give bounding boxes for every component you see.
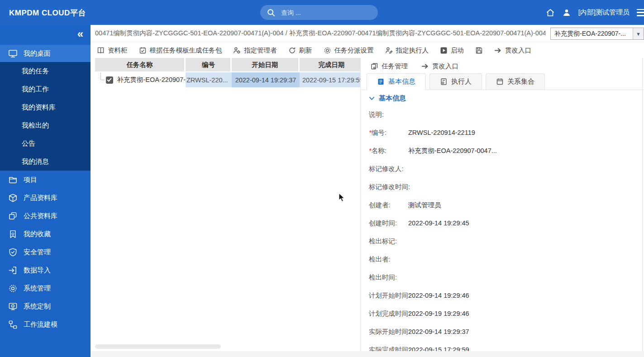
sidebar-item-product-library[interactable]: 产品资料库: [0, 189, 91, 207]
sidebar-item-my-favorites[interactable]: 我的收藏: [0, 225, 91, 243]
sidebar-item-announcements[interactable]: 公告: [0, 134, 91, 152]
tab-executors[interactable]: 执行人: [429, 73, 482, 90]
field-value: 2022-09-14 19:29:37: [408, 328, 469, 335]
field-label: 说明:: [361, 110, 408, 119]
tab-label: 基本信息: [388, 77, 415, 86]
tab-relations[interactable]: 关系集合: [486, 73, 545, 90]
object-selector-dropdown[interactable]: 补充贯彻-EOA-220907-... ▼: [550, 28, 644, 40]
import-icon: [8, 266, 18, 275]
save-button[interactable]: [475, 47, 483, 54]
task-manage-icon: [371, 62, 378, 70]
tool-label: 刷新: [299, 46, 312, 55]
home-icon[interactable]: [546, 8, 555, 17]
field-label: 实际开始时间:: [361, 328, 408, 336]
sidebar-item-system-custom[interactable]: 系统定制: [0, 297, 91, 315]
basic-info-section-header[interactable]: 基本信息: [369, 94, 406, 103]
field-row-creator: 创建者: 测试管理员: [361, 196, 644, 214]
current-user[interactable]: [内部]测试管理员: [578, 8, 630, 17]
horizontal-scrollbar[interactable]: [95, 344, 221, 349]
task-dispatch-settings-button[interactable]: 任务分派设置: [324, 46, 374, 55]
field-row-planned-start: 计划开始时间: 2022-09-14 19:29:46: [361, 286, 644, 305]
tool-label: 资料柜: [108, 46, 128, 55]
field-value: 2022-09-14 19:29:46: [408, 292, 469, 299]
vertical-scrollbar-track[interactable]: [642, 58, 643, 351]
sidebar-item-my-messages[interactable]: 我的消息: [0, 152, 91, 171]
sidebar-item-label: 项目: [24, 176, 37, 184]
field-row-actual-start: 实际开始时间: 2022-09-14 19:29:37: [361, 323, 644, 341]
task-start-cell[interactable]: 2022-09-14 19:29:37: [232, 72, 300, 87]
tab-basic-info[interactable]: 基本信息: [367, 73, 426, 90]
monitor-icon: [8, 49, 18, 58]
field-row-planned-finish: 计划完成时间: 2022-09-19 19:29:46: [361, 305, 644, 323]
table-row[interactable]: 补充贯彻-EOA-220907- ZRWSL-220... 2022-09-14…: [95, 72, 361, 87]
assign-executor-button[interactable]: 指定执行人: [385, 46, 429, 55]
column-header-start-date[interactable]: 开始日期: [232, 58, 300, 71]
menu-icon[interactable]: [637, 9, 644, 16]
sidebar-item-my-checkouts[interactable]: 我检出的: [0, 116, 91, 134]
sidebar-item-security[interactable]: 安全管理: [0, 243, 91, 261]
document-icon: [377, 78, 385, 86]
calendar-icon: [496, 78, 504, 86]
task-code-cell[interactable]: ZRWSL-220...: [186, 72, 232, 87]
task-name-cell[interactable]: 补充贯彻-EOA-220907-: [95, 72, 186, 87]
refresh-icon: [288, 47, 296, 54]
sidebar-item-my-library[interactable]: 我的资料库: [0, 98, 91, 116]
chevron-down-icon[interactable]: ▼: [633, 28, 644, 39]
sidebar-item-label: 系统定制: [24, 302, 51, 311]
sidebar-item-public-library[interactable]: 公共资料库: [0, 207, 91, 225]
global-search[interactable]: [260, 5, 378, 20]
field-row-create-time: 创建时间: 2022-09-14 19:29:45: [361, 214, 644, 232]
copies-icon: [8, 211, 18, 221]
check-icon: [107, 77, 112, 82]
person-gear-icon: [233, 47, 241, 54]
tab-label: 关系集合: [507, 77, 534, 86]
field-value: 2022-09-14 19:29:45: [408, 219, 469, 227]
field-row-checkout-time: 检出时间:: [361, 268, 644, 286]
assign-manager-button[interactable]: 指定管理者: [233, 46, 277, 55]
column-header-end-date[interactable]: 完成日期: [300, 58, 361, 71]
sidebar-item-label: 公告: [22, 139, 35, 148]
field-label: 实际完成时间:: [361, 346, 408, 352]
sidebar-item-data-import[interactable]: 数据导入: [0, 261, 91, 279]
sidebar-item-projects[interactable]: 项目: [0, 171, 91, 189]
field-row-description: 说明:: [361, 105, 644, 124]
field-value: 2022-09-15 17:29:59: [408, 346, 469, 351]
app-logo: KMPDM CLOUD平台: [9, 8, 86, 18]
sidebar-item-label: 我的资料库: [22, 103, 56, 112]
sidebar-item-workflow-modeling[interactable]: 工作流建模: [0, 315, 91, 333]
sidebar-item-label: 我的收藏: [24, 230, 51, 238]
user-icon[interactable]: [562, 8, 571, 17]
sidebar-item-label: 我的任务: [22, 67, 49, 76]
sidebar-item-label: 系统管理: [24, 284, 51, 293]
tool-label: 启动: [451, 46, 464, 55]
search-input[interactable]: [281, 9, 358, 16]
row-checkbox[interactable]: [106, 76, 113, 84]
breadcrumb: 00471编制贯彻内容-ZYCGGGC-501-EOA-220907-00471…: [95, 29, 545, 38]
sidebar-collapse-button[interactable]: «: [77, 29, 83, 39]
task-manage-button[interactable]: 任务管理: [371, 62, 408, 71]
change-entry-button-detail[interactable]: 贯改入口: [421, 62, 458, 71]
field-label: 检出者:: [361, 255, 408, 264]
field-row-mark-modifier: 标记修改人:: [361, 160, 644, 178]
tab-label: 执行人: [451, 77, 472, 86]
sidebar-item-system-admin[interactable]: 系统管理: [0, 279, 91, 297]
arrow-right-icon: [421, 62, 429, 70]
column-header-code[interactable]: 编号: [186, 58, 232, 71]
change-entry-button[interactable]: 贯改入口: [494, 46, 531, 55]
cabinet-button[interactable]: 资料柜: [97, 46, 128, 55]
cube-icon: [8, 193, 18, 203]
column-header-task-name[interactable]: 任务名称: [95, 58, 186, 71]
tool-label: 根据任务模板生成任务包: [150, 46, 222, 55]
task-end-cell[interactable]: 2022-09-15 17:29:59: [300, 72, 361, 87]
generate-task-package-button[interactable]: 根据任务模板生成任务包: [139, 46, 222, 55]
start-button[interactable]: 启动: [440, 46, 464, 55]
tool-label: 指定管理者: [244, 46, 277, 55]
sidebar-item-my-desktop[interactable]: 我的桌面: [0, 45, 91, 62]
sidebar-item-my-tasks[interactable]: 我的任务: [0, 62, 91, 80]
sidebar-item-my-work[interactable]: 我的工作: [0, 80, 91, 98]
task-template-icon: [139, 47, 147, 54]
field-row-checkout-mark: 检出标记:: [361, 232, 644, 250]
refresh-button[interactable]: 刷新: [288, 46, 312, 55]
task-name-text: 补充贯彻-EOA-220907-: [117, 76, 186, 84]
task-toolbar: 资料柜 根据任务模板生成任务包 指定管理者 刷新 任务分派设置 指定执行人: [91, 43, 644, 58]
